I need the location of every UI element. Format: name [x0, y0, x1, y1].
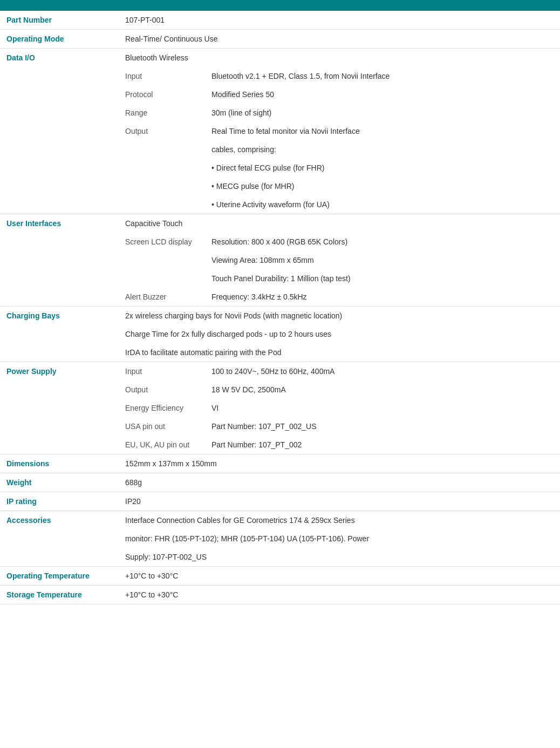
row-label [0, 251, 119, 269]
row-sub [119, 177, 205, 195]
row-label: Dimensions [0, 454, 119, 473]
table-row: Dimensions152mm x 137mm x 150mm [0, 454, 560, 473]
row-sub: Output [119, 380, 205, 399]
row-value: Frequency: 3.4kHz ± 0.5kHz [205, 288, 560, 307]
table-row: InputBluetooth v2.1 + EDR, Class 1.5, fr… [0, 67, 560, 85]
row-value: 688g [119, 473, 560, 492]
table-row: Power SupplyInput100 to 240V~, 50Hz to 6… [0, 362, 560, 381]
table-row: Alert BuzzerFrequency: 3.4kHz ± 0.5kHz [0, 288, 560, 307]
row-sub [119, 159, 205, 177]
table-row: Viewing Area: 108mm x 65mm [0, 251, 560, 269]
row-value: 30m (line of sight) [205, 104, 560, 122]
row-value: Part Number: 107_PT_002 [205, 436, 560, 454]
row-value: 2x wireless charging bays for Novii Pods… [119, 307, 560, 325]
row-value: Interface Connection Cables for GE Corom… [119, 511, 560, 530]
row-value: Modified Series 50 [205, 85, 560, 104]
table-row: USA pin outPart Number: 107_PT_002_US [0, 417, 560, 436]
row-label [0, 104, 119, 122]
table-row: User InterfacesCapacitive Touch [0, 214, 560, 233]
row-sub: USA pin out [119, 417, 205, 436]
row-sub [119, 140, 205, 159]
table-row: • Uterine Activity waveform (for UA) [0, 195, 560, 214]
row-sub: Input [119, 362, 205, 381]
table-row: Operating ModeReal-Time/ Continuous Use [0, 30, 560, 49]
row-sub: Protocol [119, 85, 205, 104]
row-value: cables, comprising: [205, 140, 560, 159]
row-value: IP20 [119, 492, 560, 511]
row-value: Bluetooth Wireless [119, 49, 560, 67]
row-value: 152mm x 137mm x 150mm [119, 454, 560, 473]
row-label [0, 159, 119, 177]
row-sub [119, 269, 205, 288]
table-row: IrDA to facilitate automatic pairing wit… [0, 343, 560, 362]
table-row: • Direct fetal ECG pulse (for FHR) [0, 159, 560, 177]
row-label: Power Supply [0, 362, 119, 381]
row-value: +10°C to +30°C [119, 567, 560, 586]
row-sub: Screen LCD display [119, 233, 205, 251]
row-value: Bluetooth v2.1 + EDR, Class 1.5, from No… [205, 67, 560, 85]
row-label [0, 85, 119, 104]
row-label: Operating Temperature [0, 567, 119, 586]
row-sub: Input [119, 67, 205, 85]
row-label: Part Number [0, 11, 119, 30]
table-row: Range30m (line of sight) [0, 104, 560, 122]
row-label [0, 140, 119, 159]
table-row: • MECG pulse (for MHR) [0, 177, 560, 195]
row-label: Data I/O [0, 49, 119, 67]
row-label [0, 233, 119, 251]
table-row: OutputReal Time to fetal monitor via Nov… [0, 122, 560, 140]
row-label: User Interfaces [0, 214, 119, 233]
table-row: Part Number107-PT-001 [0, 11, 560, 30]
row-value: VI [205, 399, 560, 417]
table-row: Operating Temperature+10°C to +30°C [0, 567, 560, 586]
row-label [0, 177, 119, 195]
row-sub [119, 251, 205, 269]
row-label [0, 529, 119, 548]
row-label [0, 195, 119, 214]
row-label [0, 417, 119, 436]
row-label: Storage Temperature [0, 586, 119, 604]
row-value: Resolution: 800 x 400 (RGB 65K Colors) [205, 233, 560, 251]
table-row: Touch Panel Durability: 1 Million (tap t… [0, 269, 560, 288]
row-label: IP rating [0, 492, 119, 511]
row-label [0, 122, 119, 140]
table-row: Screen LCD displayResolution: 800 x 400 … [0, 233, 560, 251]
row-label [0, 288, 119, 307]
table-row: Weight688g [0, 473, 560, 492]
row-label [0, 399, 119, 417]
table-row: EU, UK, AU pin outPart Number: 107_PT_00… [0, 436, 560, 454]
row-label: Charging Bays [0, 307, 119, 325]
row-label: Accessories [0, 511, 119, 530]
row-value: Part Number: 107_PT_002_US [205, 417, 560, 436]
row-sub: Range [119, 104, 205, 122]
row-value: Viewing Area: 108mm x 65mm [205, 251, 560, 269]
row-value: • Uterine Activity waveform (for UA) [205, 195, 560, 214]
table-row: Energy EfficiencyVI [0, 399, 560, 417]
table-row: Charge Time for 2x fully discharged pods… [0, 325, 560, 343]
row-sub: Energy Efficiency [119, 399, 205, 417]
row-sub: EU, UK, AU pin out [119, 436, 205, 454]
row-label [0, 67, 119, 85]
row-value: Touch Panel Durability: 1 Million (tap t… [205, 269, 560, 288]
row-label [0, 325, 119, 343]
row-sub: Alert Buzzer [119, 288, 205, 307]
row-value: +10°C to +30°C [119, 586, 560, 604]
row-label: Weight [0, 473, 119, 492]
header [0, 0, 560, 11]
table-row: Charging Bays2x wireless charging bays f… [0, 307, 560, 325]
row-value: Real-Time/ Continuous Use [119, 30, 560, 49]
row-sub: Output [119, 122, 205, 140]
row-label [0, 343, 119, 362]
table-row: Output18 W 5V DC, 2500mA [0, 380, 560, 399]
spec-table: Part Number107-PT-001Operating ModeReal-… [0, 11, 560, 604]
row-label [0, 269, 119, 288]
table-row: Data I/OBluetooth Wireless [0, 49, 560, 67]
row-value: 100 to 240V~, 50Hz to 60Hz, 400mA [205, 362, 560, 381]
row-value: Real Time to fetal monitor via Novii Int… [205, 122, 560, 140]
table-row: monitor: FHR (105-PT-102); MHR (105-PT-1… [0, 529, 560, 548]
table-row: cables, comprising: [0, 140, 560, 159]
row-value: • Direct fetal ECG pulse (for FHR) [205, 159, 560, 177]
page-wrapper: Part Number107-PT-001Operating ModeReal-… [0, 0, 560, 604]
table-row: IP ratingIP20 [0, 492, 560, 511]
row-value: monitor: FHR (105-PT-102); MHR (105-PT-1… [119, 529, 560, 548]
